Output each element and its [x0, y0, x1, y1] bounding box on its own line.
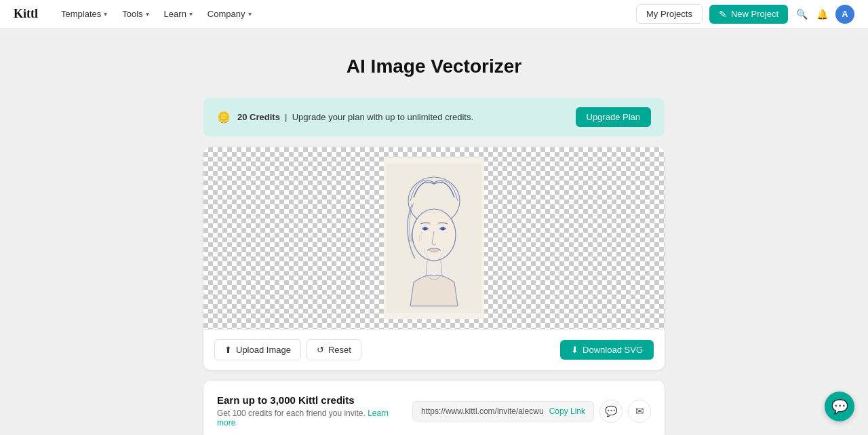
invite-url: https://www.kittl.com/invite/alecwu — [421, 406, 544, 416]
chevron-down-icon: ▾ — [146, 10, 149, 18]
vectorizer-card: ⬆ Upload Image ↺ Reset ⬇ Download SVG — [203, 147, 665, 370]
upgrade-plan-button[interactable]: Upgrade Plan — [576, 107, 652, 127]
reset-label: Reset — [328, 345, 351, 355]
earn-title: Earn up to 3,000 Kittl credits — [217, 394, 401, 406]
card-bottom: ⬆ Upload Image ↺ Reset ⬇ Download SVG — [203, 329, 665, 370]
chat-icon: 💬 — [831, 398, 848, 415]
page-title: AI Image Vectorizer — [347, 56, 521, 77]
email-share-button[interactable]: ✉ — [628, 400, 651, 423]
nav-company[interactable]: Company ▾ — [201, 6, 258, 22]
plus-icon: ✎ — [719, 9, 727, 20]
svg-point-3 — [424, 227, 427, 231]
my-projects-button[interactable]: My Projects — [636, 4, 703, 24]
whatsapp-icon: 💬 — [605, 405, 618, 417]
earn-description: Get 100 credits for each friend you invi… — [217, 409, 401, 428]
navbar: Kittl Templates ▾ Tools ▾ Learn ▾ Compan… — [0, 0, 868, 29]
nav-company-label: Company — [208, 9, 245, 19]
chevron-down-icon: ▾ — [248, 10, 252, 18]
new-project-label: New Project — [731, 9, 778, 19]
chat-bubble[interactable]: 💬 — [825, 392, 854, 421]
card-actions: ⬆ Upload Image ↺ Reset — [214, 339, 361, 360]
new-project-button[interactable]: ✎ New Project — [709, 5, 788, 24]
nav-tools-label: Tools — [122, 9, 142, 19]
canvas-area — [203, 147, 665, 329]
credits-icon: 🪙 — [217, 111, 231, 124]
credits-text: 20 Credits | Upgrade your plan with up t… — [237, 112, 569, 122]
nav-tools[interactable]: Tools ▾ — [115, 6, 155, 22]
nav-learn-label: Learn — [164, 9, 186, 19]
copy-link-button[interactable]: Copy Link — [549, 406, 585, 416]
whatsapp-share-button[interactable]: 💬 — [599, 400, 623, 423]
earn-credits-card: Earn up to 3,000 Kittl credits Get 100 c… — [203, 381, 665, 435]
nav-links: Templates ▾ Tools ▾ Learn ▾ Company ▾ — [54, 6, 636, 22]
nav-right: My Projects ✎ New Project 🔍 🔔 A — [636, 4, 854, 24]
reset-button[interactable]: ↺ Reset — [307, 339, 361, 360]
download-svg-button[interactable]: ⬇ Download SVG — [560, 340, 654, 360]
upload-image-button[interactable]: ⬆ Upload Image — [214, 339, 301, 360]
search-icon[interactable]: 🔍 — [795, 7, 808, 21]
image-preview — [384, 157, 484, 319]
invite-link-box: https://www.kittl.com/invite/alecwu Copy… — [412, 401, 594, 421]
chevron-down-icon: ▾ — [189, 10, 193, 18]
earn-left: Earn up to 3,000 Kittl credits Get 100 c… — [217, 394, 401, 428]
chevron-down-icon: ▾ — [104, 10, 107, 18]
upload-label: Upload Image — [236, 345, 291, 355]
nav-learn[interactable]: Learn ▾ — [157, 6, 199, 22]
portrait-image — [387, 164, 481, 313]
download-label: Download SVG — [583, 345, 643, 355]
logo[interactable]: Kittl — [14, 7, 38, 21]
reset-icon: ↺ — [317, 345, 324, 355]
email-icon: ✉ — [635, 405, 644, 417]
main-content: AI Image Vectorizer 🪙 20 Credits | Upgra… — [0, 29, 868, 435]
nav-templates-label: Templates — [61, 9, 101, 19]
credits-banner: 🪙 20 Credits | Upgrade your plan with up… — [203, 98, 665, 136]
download-icon: ⬇ — [571, 345, 578, 355]
svg-point-2 — [412, 209, 456, 261]
nav-templates[interactable]: Templates ▾ — [54, 6, 114, 22]
earn-right: https://www.kittl.com/invite/alecwu Copy… — [412, 400, 651, 423]
svg-point-4 — [441, 227, 445, 231]
bell-icon[interactable]: 🔔 — [815, 7, 829, 21]
avatar[interactable]: A — [835, 5, 854, 24]
upload-icon: ⬆ — [224, 345, 232, 355]
